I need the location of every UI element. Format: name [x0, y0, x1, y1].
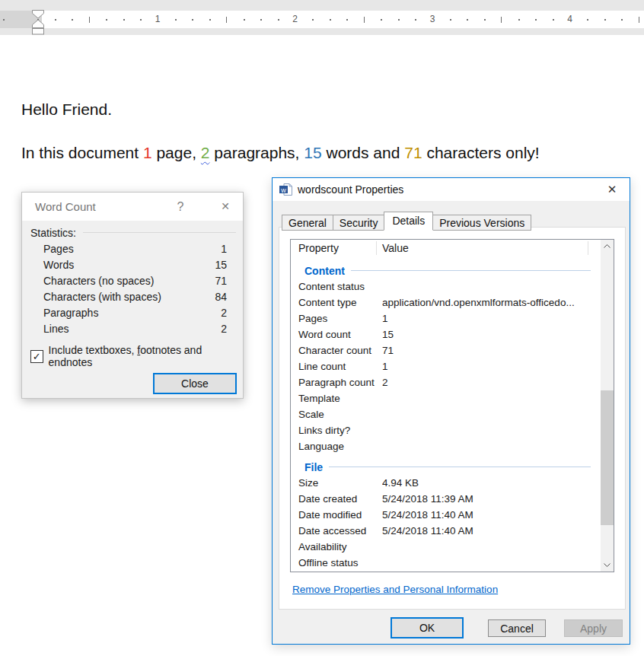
word-count-stat-row: Characters (no spaces)71 [30, 273, 236, 289]
stat-value: 1 [201, 241, 236, 257]
ruler-tick [55, 19, 56, 21]
ruler-tick [260, 19, 262, 21]
statistics-label: Statistics: [30, 227, 76, 239]
hanging-indent-marker[interactable] [33, 20, 44, 28]
column-header-value[interactable]: Value [382, 240, 409, 256]
left-indent-marker[interactable] [33, 29, 44, 35]
ok-button[interactable]: OK [391, 617, 464, 638]
property-name: Paragraph count [298, 374, 375, 390]
close-icon[interactable]: ✕ [601, 178, 623, 201]
details-row[interactable]: Scale [291, 406, 601, 422]
stat-label: Characters (with spaces) [30, 289, 201, 305]
details-row[interactable]: Word count15 [291, 326, 601, 342]
details-row[interactable]: Pages1 [291, 310, 601, 326]
first-line-indent-marker[interactable] [33, 11, 44, 19]
section-name: Content [304, 265, 345, 277]
details-row[interactable]: Character count71 [291, 342, 601, 358]
apply-button[interactable]: Apply [564, 619, 623, 637]
details-section-header: Content [291, 263, 601, 279]
word-count-titlebar: Word Count ? ✕ [22, 193, 243, 221]
ruler-band: 1234 [0, 11, 644, 28]
ruler-tick [484, 19, 486, 21]
remove-properties-link[interactable]: Remove Properties and Personal Informati… [292, 584, 498, 595]
ruler-tick [209, 19, 211, 21]
details-row[interactable]: Template [291, 390, 601, 406]
property-name: Size [298, 475, 318, 491]
details-row[interactable]: Date modified5/24/2018 11:40 AM [291, 507, 601, 523]
scrollbar-thumb[interactable] [601, 390, 614, 525]
ruler-tick [398, 19, 400, 21]
sentence-segment: 1 [143, 144, 152, 161]
column-separator[interactable] [376, 241, 377, 255]
property-name: Template [298, 390, 340, 406]
column-separator[interactable] [588, 241, 588, 255]
tab-previous-versions[interactable]: Previous Versions [432, 215, 531, 231]
sentence-segment: words and [322, 144, 405, 161]
ruler-tick [278, 19, 279, 21]
section-line [329, 467, 591, 467]
details-row[interactable]: Date accessed5/24/2018 11:40 AM [291, 523, 601, 539]
details-row[interactable]: Paragraph count2 [291, 374, 601, 390]
details-tab-panel: Property Value ContentContent statusCont… [279, 227, 626, 610]
stat-value: 2 [201, 321, 236, 337]
property-name: Language [298, 438, 344, 454]
sentence-segment: paragraphs, [210, 144, 304, 161]
word-document-icon: w [279, 183, 292, 196]
column-header-property[interactable]: Property [298, 240, 339, 256]
details-row[interactable]: Content typeapplication/vnd.openxmlforma… [291, 295, 601, 310]
help-icon[interactable]: ? [171, 193, 190, 221]
ruler-tick [192, 19, 193, 21]
tab-security[interactable]: Security [333, 215, 385, 231]
scroll-down-icon[interactable] [601, 559, 614, 572]
ruler-tick [415, 19, 416, 21]
scroll-up-icon[interactable] [601, 240, 614, 253]
include-textboxes-checkbox[interactable]: ✓ [30, 350, 43, 363]
ruler-inch-label: 3 [428, 11, 437, 28]
property-name: Availability [298, 539, 347, 555]
ruler-tick [89, 17, 90, 23]
properties-tabs: General Security Details Previous Versio… [282, 212, 531, 231]
tab-general[interactable]: General [282, 215, 333, 231]
property-value: 5/24/2018 11:40 AM [382, 523, 596, 539]
ruler-tick [244, 19, 245, 21]
property-name: Line count [298, 358, 346, 374]
property-value: 15 [382, 326, 596, 342]
close-button[interactable]: Close [153, 373, 237, 394]
close-icon[interactable]: ✕ [214, 193, 237, 221]
tab-details[interactable]: Details [384, 212, 433, 231]
word-count-stat-row: Words15 [30, 257, 236, 273]
ruler-tick [587, 19, 588, 21]
horizontal-ruler: 1234 [0, 0, 644, 35]
details-row[interactable]: Offline status [291, 555, 601, 571]
vertical-scrollbar[interactable] [601, 240, 614, 572]
ruler-tick [123, 19, 125, 21]
stat-label: Paragraphs [30, 305, 201, 321]
property-name: Scale [298, 406, 324, 422]
property-name: Pages [298, 310, 327, 326]
section-line [351, 270, 591, 271]
word-document-window: 1234 Hello Friend. In this document 1 pa… [0, 0, 644, 656]
ruler-tick [501, 17, 502, 23]
cancel-button[interactable]: Cancel [488, 619, 546, 637]
details-row[interactable]: Links dirty? [291, 422, 601, 438]
details-row[interactable]: Availability [291, 539, 601, 555]
property-name: Date modified [298, 507, 362, 523]
word-count-dialog: Word Count ? ✕ Statistics: Pages1Words15… [21, 192, 244, 399]
property-name: Offline status [298, 555, 359, 571]
details-row[interactable]: Line count1 [291, 358, 601, 374]
indent-markers[interactable] [32, 10, 45, 35]
ruler-tick [467, 19, 468, 21]
details-row[interactable]: Language [291, 438, 601, 454]
details-row[interactable]: Date created5/24/2018 11:39 AM [291, 491, 601, 507]
details-section-header: File [291, 459, 601, 475]
ruler-tick [3, 19, 5, 21]
details-row[interactable]: Content status [291, 279, 601, 295]
sentence-segment: characters only! [422, 144, 540, 161]
listview-header: Property Value [291, 240, 614, 256]
details-row[interactable]: Size4.94 KB [291, 475, 601, 491]
stat-label: Characters (no spaces) [30, 273, 201, 289]
sentence-segment: 71 [404, 144, 422, 161]
ruler-tick [535, 19, 537, 21]
ruler-tick [553, 19, 554, 21]
word-count-stat-row: Characters (with spaces)84 [30, 289, 236, 305]
